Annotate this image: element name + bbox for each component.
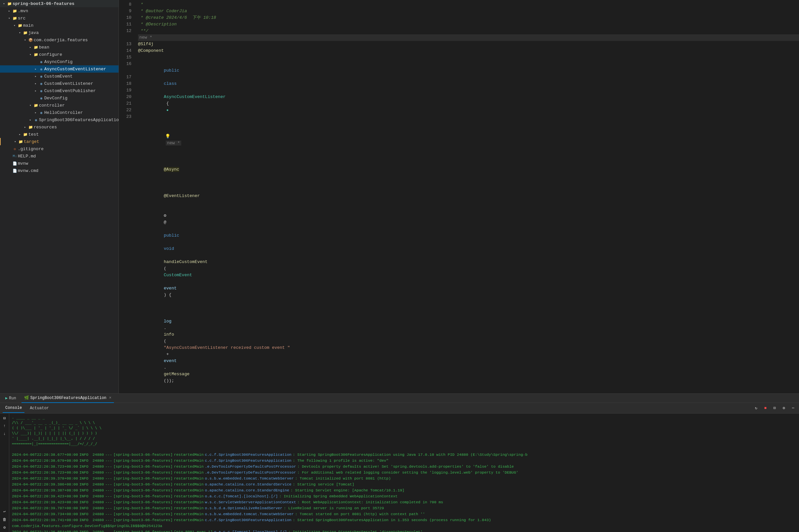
folder-icon: 📁	[22, 31, 29, 35]
sidebar-item-customeventlistener[interactable]: ▸ ◉ CustomEventListener	[0, 80, 118, 87]
log-entry: 2024-04-06T22:20:39.741+08:00 INFO 24880…	[12, 517, 796, 523]
code-line-14: @Component	[138, 48, 799, 54]
screenshot-button[interactable]: ⊡	[771, 405, 778, 412]
stop-button[interactable]: ■	[762, 405, 769, 412]
log-entry: 2024-04-06T22:20:38.679+08:00 INFO 24880…	[12, 458, 796, 464]
sidebar-item-test[interactable]: ▸ 📁 test	[0, 131, 118, 138]
folder-icon: 📁	[33, 45, 39, 50]
class-icon: ◉	[38, 67, 44, 71]
app-tab-label: SpringBoot306FeaturesApplication	[30, 396, 106, 400]
sidebar-item-label: target	[24, 139, 39, 144]
folder-icon: 📁	[17, 23, 23, 28]
sidebar-item-label: main	[23, 23, 33, 28]
sidebar-item-label: java	[29, 30, 39, 35]
log-entry: 2024-04-06T22:20:38.677+08:00 INFO 24880…	[12, 452, 796, 458]
sidebar-item-hellocontroller[interactable]: ▸ ◉ HelloController	[0, 109, 118, 116]
code-line-15: public class AsyncCustomEventListener { …	[138, 54, 799, 120]
sidebar-item-devconfig[interactable]: ◉ DevConfig	[0, 94, 118, 102]
folder-icon: 📁	[12, 16, 18, 20]
sidebar-item-asynccustomeventlistener[interactable]: ▸ ◉ AsyncCustomEventListener	[0, 65, 118, 73]
sidebar-item-customevent[interactable]: ▸ ◉ CustomEvent	[0, 73, 118, 80]
sidebar-item-controller[interactable]: ▾ 📁 controller	[0, 102, 118, 109]
code-line-21: }	[138, 391, 799, 392]
sidebar-item-label: mvnw	[18, 161, 28, 166]
restart-button[interactable]: ↻	[753, 405, 759, 412]
code-line-9: * @author CoderJia	[138, 8, 799, 15]
cog-btn[interactable]: ⚙	[1, 524, 8, 531]
run-tab-bar: ▶ Run 🌿 SpringBoot306FeaturesApplication…	[0, 394, 799, 403]
sidebar-item-customeventpublisher[interactable]: ▸ ◉ CustomEventPublisher	[0, 87, 118, 94]
code-lines[interactable]: * * @author CoderJia * @create 2024/4/6 …	[135, 1, 799, 392]
arrow-icon: ▸	[33, 111, 38, 115]
sidebar-item-target[interactable]: ▾ 📁 target	[0, 138, 118, 145]
settings-button[interactable]: ⚙	[781, 405, 787, 412]
sidebar-item-label: CustomEventListener	[44, 81, 93, 86]
arrow-icon: ▸	[17, 133, 22, 136]
arrow-icon: ▾	[28, 103, 33, 107]
sidebar-item-label: src	[18, 16, 25, 21]
sidebar-item-springboot306[interactable]: ▸ ◉ SpringBoot306FeaturesApplication	[0, 116, 118, 124]
sidebar-item-label: HelloController	[44, 110, 83, 115]
sidebar-item-helpmd[interactable]: M↓ HELP.md	[0, 152, 118, 160]
log-entry: 2024-04-06T22:20:38.723+08:00 INFO 24880…	[12, 464, 796, 470]
log-entry: 2024-04-06T22:20:39.387+08:00 INFO 24880…	[12, 488, 796, 493]
run-tab[interactable]: ▶ Run	[3, 394, 19, 403]
sidebar-item-mvn[interactable]: ▸ 📁 .mvn	[0, 7, 118, 15]
wrap-btn[interactable]: ↩	[1, 508, 8, 515]
filter-btn[interactable]: ⊟	[1, 415, 8, 421]
tab-actuator[interactable]: Actuator	[27, 404, 52, 413]
sidebar-item-label: HELP.md	[18, 154, 36, 159]
class-icon: ◉	[38, 81, 44, 86]
sidebar-item-label: mvnw.cmd	[18, 168, 38, 173]
sidebar-item-label: CustomEventPublisher	[44, 89, 96, 93]
log-devconfig: com.coderjia.features.configure.DevConfi…	[12, 523, 796, 529]
code-line-17: @Async	[138, 153, 799, 179]
log-entry: 2024-04-06T22:20:39.707+08:00 INFO 24880…	[12, 505, 796, 511]
arrow-icon: ▾	[12, 24, 17, 27]
down-btn[interactable]: ↓	[1, 431, 8, 437]
more-button[interactable]: ⋯	[790, 405, 796, 412]
arrow-icon: ▾	[17, 31, 22, 35]
arrow-icon: ▾	[22, 38, 28, 42]
clear-btn[interactable]: 🗑	[1, 516, 8, 523]
code-line-19: ⚙ @ public void handleCustomEvent ( Cust…	[138, 206, 799, 305]
code-line-12: **/	[138, 28, 799, 34]
sidebar-item-asyncconfig[interactable]: ◉ AsyncConfig	[0, 58, 118, 65]
class-icon: ◉	[38, 60, 44, 64]
folder-icon: 📁	[33, 103, 39, 108]
sidebar-item-resources[interactable]: ▸ 📁 resources	[0, 124, 118, 131]
sidebar-item-main[interactable]: ▾ 📁 main	[0, 22, 118, 29]
sidebar-item-root[interactable]: ▾ 📁 spring-boot3-06-features	[0, 0, 118, 7]
sidebar-item-mvnw[interactable]: 📄 mvnw	[0, 160, 118, 167]
folder-icon: 📁	[18, 139, 24, 144]
sidebar-item-mvnwcmd[interactable]: 📄 mvnw.cmd	[0, 167, 118, 174]
folder-icon: 📁	[6, 2, 13, 6]
file-icon: 📄	[12, 162, 18, 166]
sidebar-item-configure[interactable]: ▾ 📁 configure	[0, 51, 118, 58]
sidebar-item-label: spring-boot3-06-features	[13, 1, 74, 6]
sidebar-item-label: resources	[34, 125, 57, 130]
sidebar-item-label: test	[29, 132, 39, 137]
arrow-icon: ▸	[22, 126, 28, 129]
sidebar-item-label: configure	[39, 52, 62, 57]
arrow-icon: ▾	[13, 140, 18, 144]
sidebar-item-label: .gitignore	[18, 147, 43, 151]
close-icon[interactable]: ×	[109, 396, 111, 400]
sidebar-item-java[interactable]: ▾ 📁 java	[0, 29, 118, 36]
log-entry: 2024-04-06T22:21:26.854+08:00 INFO 24880…	[12, 529, 796, 532]
sidebar-item-src[interactable]: ▾ 📁 src	[0, 15, 118, 22]
console-output[interactable]: . ____ _ __ _ _ /\\ / ___'_ __ _ _(_)_ _…	[9, 414, 799, 532]
up-btn[interactable]: ↑	[1, 423, 8, 429]
code-line-18: @EventListener	[138, 179, 799, 206]
sidebar-item-bean[interactable]: ▸ 📁 bean	[0, 43, 118, 51]
class-icon: ◉	[38, 74, 44, 79]
sidebar-item-label: AsyncCustomEventListener	[44, 66, 106, 72]
cmd-icon: 📄	[12, 169, 18, 173]
log-entry: 2024-04-06T22:20:39.734+08:00 INFO 24880…	[12, 511, 796, 517]
app-tab[interactable]: 🌿 SpringBoot306FeaturesApplication ×	[21, 394, 114, 403]
tab-console[interactable]: Console	[3, 404, 24, 413]
sidebar-item-label: CustomEvent	[44, 74, 73, 79]
sidebar-item-label: AsyncConfig	[44, 59, 73, 64]
sidebar-item-package[interactable]: ▾ 📦 com.coderjia.features	[0, 36, 118, 43]
sidebar-item-gitignore[interactable]: ⊙ .gitignore	[0, 145, 118, 152]
